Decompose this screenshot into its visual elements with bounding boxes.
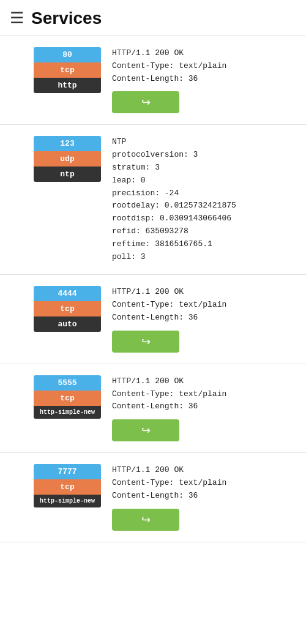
service-info: HTTP/1.1 200 OK Content-Type: text/plain…	[112, 47, 296, 85]
service-badges: 5555tcphttp-simple-new	[34, 375, 101, 419]
redirect-icon: ↪	[141, 335, 151, 348]
port-badge: 5555	[34, 375, 101, 391]
service-badges: 123udpntp	[34, 136, 101, 182]
redirect-button[interactable]: ↪	[112, 331, 179, 353]
service-info: HTTP/1.1 200 OK Content-Type: text/plain…	[112, 286, 296, 324]
redirect-icon: ↪	[141, 513, 151, 526]
service-right: HTTP/1.1 200 OK Content-Type: text/plain…	[112, 286, 296, 352]
service-name-badge: http-simple-new	[34, 495, 101, 507]
service-badges: 7777tcphttp-simple-new	[34, 464, 101, 507]
service-info: NTP protocolversion: 3 stratum: 3 leap: …	[112, 136, 296, 263]
service-name-badge: auto	[34, 316, 101, 332]
redirect-button[interactable]: ↪	[112, 509, 179, 531]
port-badge: 7777	[34, 464, 101, 479]
service-badges: 80tcphttp	[34, 47, 101, 93]
service-right: NTP protocolversion: 3 stratum: 3 leap: …	[112, 136, 296, 263]
protocol-badge: tcp	[34, 479, 101, 495]
service-item: 123udpntpNTP protocolversion: 3 stratum:…	[0, 125, 306, 275]
service-item: 80tcphttpHTTP/1.1 200 OK Content-Type: t…	[0, 36, 306, 125]
protocol-badge: tcp	[34, 301, 101, 316]
service-right: HTTP/1.1 200 OK Content-Type: text/plain…	[112, 47, 296, 113]
service-info: HTTP/1.1 200 OK Content-Type: text/plain…	[112, 375, 296, 413]
services-list: 80tcphttpHTTP/1.1 200 OK Content-Type: t…	[0, 36, 306, 542]
port-badge: 80	[34, 47, 101, 62]
service-item: 7777tcphttp-simple-newHTTP/1.1 200 OK Co…	[0, 453, 306, 542]
service-name-badge: ntp	[34, 167, 101, 182]
redirect-icon: ↪	[141, 95, 151, 109]
service-name-badge: http-simple-new	[34, 406, 101, 419]
services-icon: ☰	[10, 9, 24, 28]
redirect-icon: ↪	[141, 424, 151, 437]
protocol-badge: tcp	[34, 391, 101, 406]
page-title: Services	[31, 9, 102, 28]
service-name-badge: http	[34, 78, 101, 93]
redirect-button[interactable]: ↪	[112, 91, 179, 113]
page-header: ☰ Services	[0, 0, 306, 36]
port-badge: 123	[34, 136, 101, 151]
service-right: HTTP/1.1 200 OK Content-Type: text/plain…	[112, 464, 296, 530]
protocol-badge: udp	[34, 151, 101, 167]
protocol-badge: tcp	[34, 62, 101, 78]
service-info: HTTP/1.1 200 OK Content-Type: text/plain…	[112, 464, 296, 502]
port-badge: 4444	[34, 286, 101, 301]
service-item: 4444tcpautoHTTP/1.1 200 OK Content-Type:…	[0, 275, 306, 364]
service-badges: 4444tcpauto	[34, 286, 101, 332]
service-item: 5555tcphttp-simple-newHTTP/1.1 200 OK Co…	[0, 364, 306, 453]
service-right: HTTP/1.1 200 OK Content-Type: text/plain…	[112, 375, 296, 441]
redirect-button[interactable]: ↪	[112, 419, 179, 441]
